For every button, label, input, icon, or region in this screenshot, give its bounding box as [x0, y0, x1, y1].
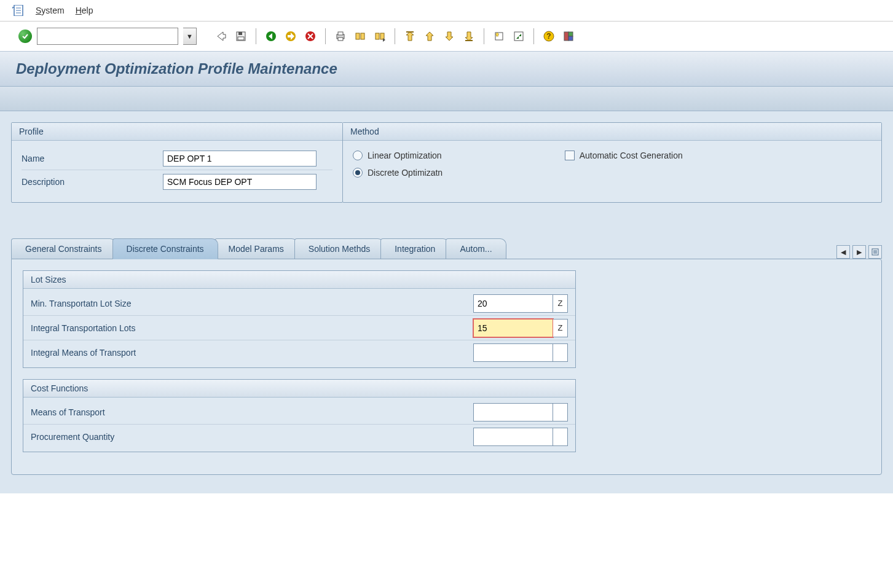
cost-functions-group: Cost Functions Means of TransportProcure… [23, 379, 576, 452]
sap-page-icon[interactable] [12, 5, 25, 16]
lot-size-input[interactable] [473, 343, 553, 362]
toolbar: ▼ ? [0, 22, 893, 52]
nav-back-icon[interactable] [264, 29, 278, 44]
lot-sizes-title: Lot Sizes [23, 271, 575, 289]
app-toolbar [0, 87, 893, 111]
tab-autom[interactable]: Autom... [446, 238, 506, 259]
svg-rect-37 [568, 36, 573, 41]
lot-size-input[interactable] [473, 319, 553, 337]
svg-rect-6 [238, 32, 242, 35]
svg-marker-4 [218, 32, 226, 41]
svg-marker-23 [406, 32, 414, 41]
svg-rect-18 [356, 33, 360, 39]
enter-icon[interactable] [18, 29, 32, 43]
lot-sizes-group: Lot Sizes Min. Transportatn Lot SizeZInt… [23, 270, 576, 368]
tab-discrete-constraints[interactable]: Discrete Constraints [112, 238, 218, 259]
lot-size-row: Integral Transportation LotsZ [23, 316, 575, 340]
svg-rect-7 [238, 37, 244, 40]
radio-linear-optimization[interactable]: Linear Optimization [353, 151, 442, 160]
profile-group-title: Profile [12, 123, 342, 141]
help-icon[interactable]: ? [541, 29, 556, 44]
tab-general-constraints[interactable]: General Constraints [11, 238, 116, 259]
back-icon[interactable] [214, 29, 229, 44]
svg-marker-25 [426, 32, 433, 41]
cost-function-row: Procurement Quantity [23, 425, 575, 449]
svg-marker-26 [446, 32, 453, 41]
nav-cancel-icon[interactable] [303, 29, 318, 44]
command-field[interactable] [37, 28, 178, 45]
page-down-icon[interactable] [442, 29, 457, 44]
first-page-icon[interactable] [403, 29, 417, 44]
profile-name-label: Name [22, 154, 163, 163]
cost-function-unit[interactable] [553, 428, 568, 446]
radio-discrete-optimization[interactable]: Discrete Optimizatn [353, 168, 443, 178]
find-icon[interactable] [353, 29, 368, 44]
command-dropdown[interactable]: ▼ [183, 28, 197, 45]
tabpanel-discrete-constraints: Lot Sizes Min. Transportatn Lot SizeZInt… [11, 259, 882, 475]
cost-function-input[interactable] [473, 403, 553, 421]
page-title: Deployment Optimization Profile Maintena… [0, 52, 893, 87]
profile-name-input[interactable] [163, 151, 317, 167]
lot-size-label: Integral Transportation Lots [31, 323, 473, 333]
tabstrip: General ConstraintsDiscrete ConstraintsM… [11, 238, 882, 259]
cost-function-input[interactable] [473, 428, 553, 446]
new-session-icon[interactable] [492, 29, 506, 44]
lot-size-label: Integral Means of Transport [31, 348, 473, 358]
checkbox-auto-cost-generation[interactable]: Automatic Cost Generation [565, 151, 683, 160]
lot-size-row: Integral Means of Transport [23, 340, 575, 365]
lot-size-input[interactable] [473, 294, 553, 313]
cost-function-label: Means of Transport [31, 407, 473, 417]
svg-text:?: ? [546, 32, 551, 41]
method-groupbox: Method Linear Optimization Automatic Cos… [342, 122, 882, 203]
lot-size-row: Min. Transportatn Lot SizeZ [23, 291, 575, 316]
menu-system[interactable]: System [36, 6, 65, 15]
svg-marker-27 [465, 32, 473, 41]
profile-desc-label: Description [22, 177, 163, 187]
tab-solution-methds[interactable]: Solution Methds [294, 238, 384, 259]
nav-exit-icon[interactable] [283, 29, 298, 44]
save-icon[interactable] [234, 29, 248, 44]
tab-integration[interactable]: Integration [380, 238, 449, 259]
shortcut-icon[interactable] [511, 29, 526, 44]
lot-size-unit[interactable]: Z [553, 319, 568, 337]
tab-scroll-left-icon[interactable]: ◀ [836, 245, 850, 259]
menubar: System Help [0, 0, 893, 22]
menu-help[interactable]: Help [76, 6, 93, 15]
svg-rect-21 [380, 33, 384, 39]
layout-icon[interactable] [561, 29, 576, 44]
radio-discrete-label: Discrete Optimizatn [368, 168, 443, 178]
checkbox-auto-cost-label: Automatic Cost Generation [580, 151, 683, 160]
last-page-icon[interactable] [462, 29, 476, 44]
method-group-title: Method [343, 123, 881, 141]
tab-model-params[interactable]: Model Params [214, 238, 298, 259]
cost-functions-title: Cost Functions [23, 380, 575, 398]
cost-function-label: Procurement Quantity [31, 432, 473, 442]
cost-function-row: Means of Transport [23, 400, 575, 425]
lot-size-unit[interactable]: Z [553, 294, 568, 313]
tab-list-icon[interactable] [868, 245, 882, 259]
svg-rect-20 [376, 33, 379, 39]
page-up-icon[interactable] [422, 29, 437, 44]
profile-groupbox: Profile Name Description [11, 122, 343, 203]
lot-size-label: Min. Transportatn Lot Size [31, 299, 473, 308]
svg-rect-16 [338, 32, 343, 35]
profile-desc-input[interactable] [163, 174, 317, 190]
find-next-icon[interactable] [372, 29, 387, 44]
svg-rect-35 [564, 32, 568, 41]
svg-rect-36 [568, 32, 573, 36]
print-icon[interactable] [333, 29, 348, 44]
lot-size-unit[interactable] [553, 343, 568, 362]
tab-scroll-right-icon[interactable]: ▶ [852, 245, 866, 259]
radio-linear-label: Linear Optimization [368, 151, 442, 160]
cost-function-unit[interactable] [553, 403, 568, 421]
svg-rect-19 [361, 33, 364, 39]
svg-rect-17 [338, 37, 343, 41]
page-body: Deployment Optimization Profile Maintena… [0, 52, 893, 493]
